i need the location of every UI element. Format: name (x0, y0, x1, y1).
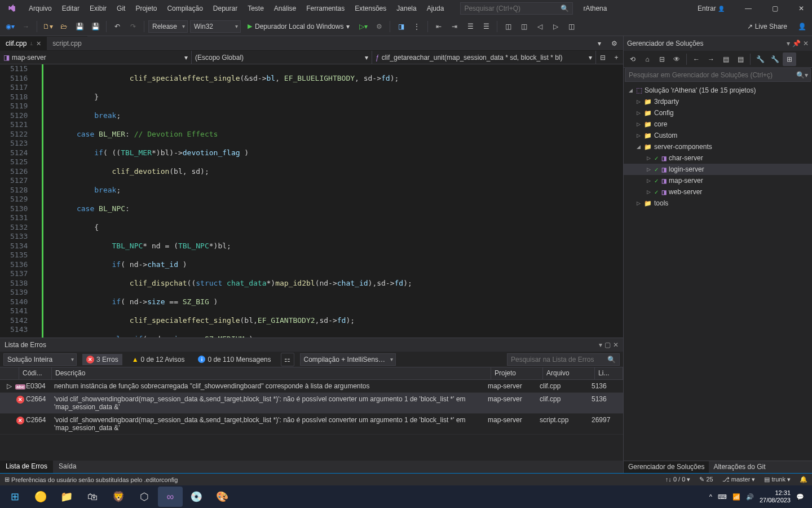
error-scope-dropdown[interactable]: Solução Inteira (3, 353, 77, 366)
fwd-icon[interactable]: → (704, 52, 718, 66)
comment-icon[interactable]: ☰ (464, 20, 477, 33)
code-editor[interactable]: 5115511651175118511951205121512251235124… (0, 64, 623, 338)
close-tab-icon[interactable]: ✕ (36, 40, 41, 47)
tree-login-server[interactable]: ▷◨login-server (624, 164, 812, 175)
start-debug-button[interactable]: ▶Depurador Local do Windows ▾ (243, 23, 354, 30)
title-search-input[interactable] (464, 5, 561, 12)
wrench-icon[interactable]: 🔧 (753, 52, 767, 66)
menu-exibir[interactable]: Exibir (85, 1, 112, 16)
tree-custom[interactable]: ▷📁Custom (624, 130, 812, 141)
menu-analise[interactable]: Análise (269, 1, 301, 16)
bookmark-prev-icon[interactable]: ◁ (533, 20, 546, 33)
close-button[interactable]: ✕ (791, 1, 812, 16)
solution-tree[interactable]: ◢⬚Solução 'rAthena' (15 de 15 projetos) … (624, 82, 812, 461)
config-dropdown[interactable]: Release (148, 20, 188, 33)
side-pin-icon[interactable]: 📌 (792, 40, 801, 47)
uncomment-icon[interactable]: ☰ (479, 20, 493, 33)
tray-notif-icon[interactable]: 💬 (796, 493, 804, 501)
tree-web-server[interactable]: ▷◨web-server (624, 186, 812, 198)
warnings-filter[interactable]: ▲0 de 12 Avisos (128, 354, 189, 365)
side-dropdown-icon[interactable]: ▾ (787, 40, 790, 47)
side-tab-git[interactable]: Alterações do Git (709, 461, 770, 473)
panel-pin-icon[interactable]: ▢ (604, 341, 611, 349)
back-icon[interactable]: ← (690, 52, 703, 66)
pin-icon[interactable]: ⟂ (30, 41, 33, 46)
menu-projeto[interactable]: Projeto (130, 1, 162, 16)
tab-saida[interactable]: Saída (53, 461, 82, 473)
bookmark-icon[interactable]: ◫ (501, 20, 515, 33)
menu-editar[interactable]: Editar (57, 1, 85, 16)
bookmark-del-icon[interactable]: ◫ (564, 20, 578, 33)
platform-dropdown[interactable]: Win32 (190, 20, 241, 33)
taskbar-brave[interactable]: 🦁 (106, 487, 131, 507)
status-changes[interactable]: ✎ 25 (699, 476, 713, 483)
taskbar-vs[interactable]: ∞ (158, 487, 183, 507)
tab-lista-erros[interactable]: Lista de Erros (0, 461, 53, 473)
collapse-icon[interactable]: ⊟ (655, 52, 669, 66)
sign-in-button[interactable]: Entrar 👤 (690, 1, 732, 16)
save-icon[interactable]: 💾 (73, 20, 86, 33)
refresh-icon[interactable]: ⊞ (783, 52, 796, 66)
sync-icon[interactable]: ⌂ (641, 52, 654, 66)
outdent-icon[interactable]: ⇥ (448, 20, 461, 33)
scope-dropdown[interactable]: ◨map-server▾ (0, 51, 192, 64)
maximize-button[interactable]: ▢ (764, 1, 786, 16)
home-icon[interactable]: ⟲ (626, 52, 639, 66)
errors-filter[interactable]: ✕3 Erros (82, 354, 122, 365)
show-all-icon[interactable]: 👁 (670, 52, 683, 66)
side-close-icon[interactable]: ✕ (803, 40, 809, 47)
status-repo[interactable]: ▤ trunk ▾ (764, 476, 791, 483)
global-scope-dropdown[interactable]: (Escopo Global)▾ (192, 51, 372, 64)
feedback-icon[interactable]: 👤 (795, 20, 809, 33)
undo-icon[interactable]: ↶ (111, 20, 124, 33)
menu-arquivo[interactable]: Arquivo (24, 1, 57, 16)
tree-map-server[interactable]: ▷◨map-server (624, 175, 812, 186)
error-row[interactable]: ✕ C2664 'void clif_showvendingboard(map_… (0, 393, 623, 414)
bookmark-next-icon[interactable]: ▷ (549, 20, 562, 33)
panel-dropdown-icon[interactable]: ▾ (599, 341, 602, 349)
side-tab-solution[interactable]: Gerenciador de Soluções (624, 461, 709, 473)
menu-ferramentas[interactable]: Ferramentas (301, 1, 350, 16)
tree-server-components[interactable]: ◢📁server-components (624, 141, 812, 152)
build-intellisense-dropdown[interactable]: Compilação + IntelliSens… (300, 353, 396, 366)
messages-filter[interactable]: i0 de 110 Mensagens (194, 354, 275, 365)
solution-search-input[interactable] (625, 71, 794, 79)
tray-chevron-icon[interactable]: ^ (709, 493, 712, 500)
start-button[interactable]: ⊞ (2, 487, 27, 507)
nav-fwd-icon[interactable]: → (19, 20, 33, 33)
error-search[interactable]: 🔍 (507, 353, 620, 366)
function-dropdown[interactable]: ƒclif_getareachar_unit(map_session_data … (372, 51, 596, 64)
tabs-settings-icon[interactable]: ⚙ (607, 37, 621, 50)
indent-icon[interactable]: ⇤ (432, 20, 445, 33)
filter-icon[interactable]: ⚏ (281, 353, 294, 366)
taskbar-chrome[interactable]: 🟡 (28, 487, 53, 507)
tb-icon-1[interactable]: ◨ (394, 20, 408, 33)
tb-icon-2[interactable]: ⋮ (410, 20, 423, 33)
tray-volume-icon[interactable]: 🔊 (746, 493, 754, 501)
title-search[interactable]: 🔍 (460, 2, 573, 15)
solution-search[interactable]: 🔍▾ (625, 68, 811, 82)
menu-git[interactable]: Git (112, 1, 130, 16)
tree-core[interactable]: ▷📁core (624, 119, 812, 130)
open-icon[interactable]: 🗁 (57, 20, 70, 33)
split-icon[interactable]: ⊟ (596, 51, 610, 64)
menu-teste[interactable]: Teste (242, 1, 269, 16)
tree-config[interactable]: ▷📁Config (624, 107, 812, 119)
wrench2-icon[interactable]: 🔧 (768, 52, 782, 66)
error-row[interactable]: ✕ C2664 'void clif_showvendingboard(map_… (0, 414, 623, 435)
new-item-icon[interactable]: 🗋▾ (41, 20, 55, 33)
a-icon[interactable]: ▤ (719, 52, 732, 66)
redo-icon[interactable]: ↷ (126, 20, 140, 33)
tray-lang[interactable]: ⌨ (718, 493, 727, 501)
add-icon[interactable]: + (610, 51, 623, 64)
live-share-button[interactable]: ↗ Live Share (743, 23, 792, 30)
tree-tools[interactable]: ▷📁tools (624, 198, 812, 209)
b-icon[interactable]: ▤ (734, 52, 747, 66)
tree-3rdparty[interactable]: ▷📁3rdparty (624, 96, 812, 107)
menu-ajuda[interactable]: Ajuda (422, 1, 449, 16)
tab-script-cpp[interactable]: script.cpp (47, 36, 87, 50)
save-all-icon[interactable]: 💾 (89, 20, 102, 33)
menu-depurar[interactable]: Depurar (208, 1, 242, 16)
taskbar-store[interactable]: 🛍 (80, 487, 105, 507)
tray-wifi-icon[interactable]: 📶 (732, 493, 740, 501)
